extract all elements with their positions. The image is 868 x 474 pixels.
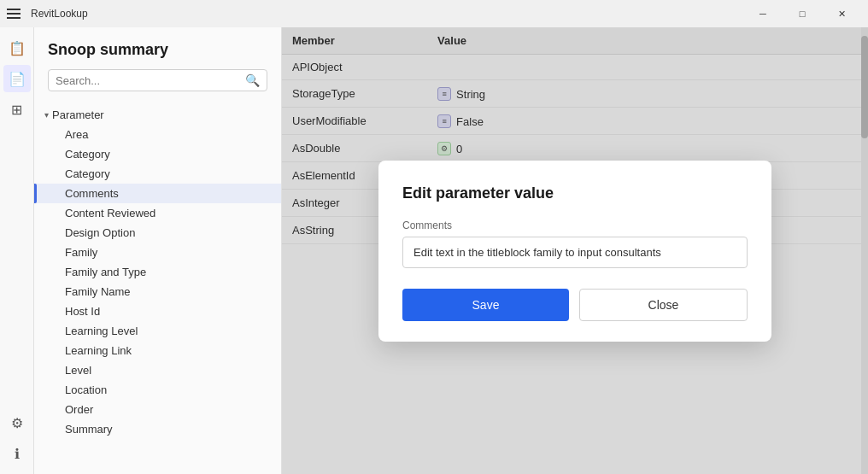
tree-item[interactable]: Host Id [34,301,281,321]
tree-item[interactable]: Family [34,243,281,262]
nav-header: Snoop summary 🔍 [34,27,281,102]
tree-item[interactable]: Category [34,144,281,164]
dialog-input[interactable] [402,237,748,268]
tree-item[interactable]: Area [34,125,281,144]
dialog-overlay: Edit parameter value Comments Save Close [282,27,868,474]
tree-item[interactable]: Family and Type [34,262,281,282]
menu-icon[interactable] [7,5,24,22]
edit-dialog: Edit parameter value Comments Save Close [378,161,771,342]
save-button[interactable]: Save [402,289,569,321]
tree-item[interactable]: Category [34,164,281,184]
window-controls: ─ □ ✕ [743,0,861,27]
tree-item[interactable]: Level [34,360,281,380]
tree-item[interactable]: Content Reviewed [34,203,281,223]
tree-item[interactable]: Location [34,380,281,400]
tree-item[interactable]: Order [34,400,281,419]
search-input[interactable] [56,74,240,87]
icon-sidebar: 📋 📄 ⊞ ⚙ ℹ [0,27,34,474]
sidebar-icon-settings[interactable]: ⚙ [3,409,31,436]
close-dialog-button[interactable]: Close [579,289,748,321]
tree-item[interactable]: Comments [34,184,281,203]
main-content: Member Value APIObjectStorageType≡ Strin… [282,27,868,474]
tree-item[interactable]: Learning Level [34,321,281,341]
tree-parent-label: Parameter [52,108,104,121]
nav-panel: Snoop summary 🔍 ▾ Parameter AreaCategory… [34,27,282,474]
search-icon: 🔍 [245,73,260,87]
tree-item[interactable]: Summary [34,419,281,439]
tree-item[interactable]: Learning Link [34,341,281,360]
titlebar: RevitLookup ─ □ ✕ [0,0,868,27]
sidebar-icon-nav[interactable]: 📄 [3,65,31,92]
minimize-button[interactable]: ─ [743,0,783,27]
nav-tree: ▾ Parameter AreaCategoryCategoryComments… [34,102,281,474]
close-button[interactable]: ✕ [822,0,861,27]
tree-items: AreaCategoryCategoryCommentsContent Revi… [34,125,281,439]
app-body: 📋 📄 ⊞ ⚙ ℹ Snoop summary 🔍 ▾ Parameter Ar… [0,27,868,474]
maximize-button[interactable]: □ [783,0,822,27]
sidebar-icon-snoop[interactable]: 📋 [3,34,31,61]
search-box: 🔍 [48,69,267,91]
tree-parent-parameter[interactable]: ▾ Parameter [34,105,281,125]
sidebar-icon-grid[interactable]: ⊞ [3,96,31,123]
page-title: Snoop summary [48,41,267,59]
chevron-down-icon: ▾ [44,110,49,120]
dialog-actions: Save Close [402,289,748,321]
tree-item[interactable]: Family Name [34,282,281,301]
dialog-title: Edit parameter value [402,184,748,202]
dialog-field-label: Comments [402,219,748,231]
app-title: RevitLookup [31,8,743,20]
sidebar-icon-info[interactable]: ℹ [3,440,31,467]
tree-item[interactable]: Design Option [34,223,281,243]
